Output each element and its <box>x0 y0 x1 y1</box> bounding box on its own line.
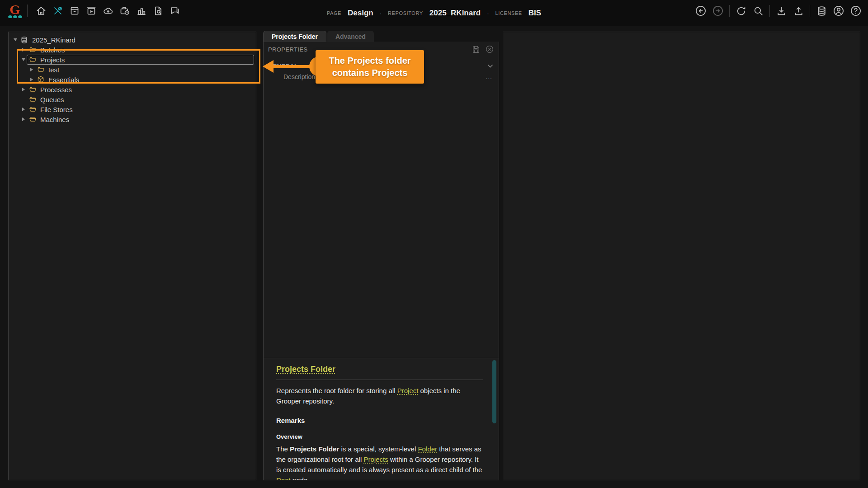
tree-item-essentials[interactable]: Essentials <box>9 75 256 84</box>
property-tabs: Projects Folder Advanced <box>263 31 374 42</box>
tree-item-label: test <box>48 66 59 74</box>
stats-button[interactable] <box>136 5 147 17</box>
search-button[interactable] <box>752 5 764 17</box>
refresh-icon <box>736 5 747 17</box>
divider <box>769 5 770 17</box>
page-label: PAGE <box>327 10 341 16</box>
home-icon <box>36 5 47 16</box>
folder-icon <box>28 86 37 94</box>
doc-link-projects[interactable]: Projects <box>363 455 388 463</box>
divider <box>729 5 730 17</box>
folder-icon <box>28 106 37 113</box>
upload-button[interactable] <box>793 5 804 17</box>
licensee-label: LICENSEE <box>495 10 522 16</box>
annotation-arrow-shaft <box>271 65 322 68</box>
cancel-icon[interactable] <box>485 45 494 54</box>
expand-arrow[interactable] <box>28 76 35 83</box>
documentation-pane: Projects Folder Represents the root fold… <box>264 358 499 480</box>
grooper-design-window: G <box>0 0 868 488</box>
selection-outline <box>27 55 254 65</box>
divider <box>27 5 28 17</box>
tasks-clock-icon <box>119 5 130 16</box>
tree-item-label: File Stores <box>40 106 73 113</box>
chat-icon <box>170 5 180 16</box>
batch-run-button[interactable] <box>85 5 97 17</box>
tree-item-label: Batches <box>40 46 65 54</box>
doc-intro-paragraph: Represents the root folder for storing a… <box>276 385 483 407</box>
upload-icon <box>793 5 804 17</box>
batches-button[interactable] <box>69 5 80 17</box>
tree-item-label: Processes <box>40 86 72 94</box>
expand-arrow[interactable] <box>20 106 27 113</box>
design-tools-button[interactable] <box>52 5 64 17</box>
top-bar: G <box>0 0 868 26</box>
download-button[interactable] <box>775 5 787 17</box>
expand-arrow[interactable] <box>20 86 27 93</box>
page-value: Design <box>348 9 373 18</box>
cloud-upload-button[interactable] <box>102 5 114 17</box>
cloud-upload-icon <box>103 5 113 16</box>
annotation-arrow-head <box>263 60 274 73</box>
help-button[interactable] <box>850 5 862 17</box>
tree-item-repository-root[interactable]: 2025_RKinard <box>9 35 256 45</box>
properties-header: PROPERTIES <box>268 46 308 53</box>
annotation-text-line2: contains Projects <box>332 67 408 79</box>
expand-arrow[interactable] <box>28 66 35 73</box>
doc-scrollbar-thumb[interactable] <box>492 360 496 423</box>
doc-title-link[interactable]: Projects Folder <box>276 365 335 374</box>
package-icon <box>37 75 45 84</box>
tree-item-label: Essentials <box>48 76 79 84</box>
expand-arrow-placeholder <box>20 96 27 103</box>
divider <box>810 5 810 17</box>
chat-button[interactable] <box>169 5 181 17</box>
refresh-button[interactable] <box>735 5 747 17</box>
download-icon <box>776 5 787 17</box>
grooper-logo: G <box>7 3 23 21</box>
node-tree-panel: 2025_RKinard Batches Projects test <box>8 32 256 480</box>
home-button[interactable] <box>35 5 47 17</box>
expand-arrow[interactable] <box>20 116 27 122</box>
stats-chart-icon <box>136 5 147 16</box>
batch-run-icon <box>86 5 97 16</box>
save-icon[interactable] <box>472 45 481 54</box>
expand-arrow[interactable] <box>20 47 27 53</box>
content-viewer-panel <box>503 32 860 480</box>
account-button[interactable] <box>833 5 844 17</box>
tab-projects-folder[interactable]: Projects Folder <box>263 31 326 42</box>
repository-value: 2025_RKinard <box>429 9 481 18</box>
repository-database-button[interactable] <box>816 5 827 17</box>
tree-item-batches[interactable]: Batches <box>9 45 256 55</box>
properties-panel: PROPERTIES GENERAL Description (none) ..… <box>263 42 499 480</box>
tasks-button[interactable] <box>119 5 131 17</box>
tab-advanced[interactable]: Advanced <box>327 31 374 42</box>
search-icon <box>753 5 764 17</box>
tree-item-label: Queues <box>40 96 64 103</box>
description-ellipsis-button[interactable]: ... <box>486 73 492 80</box>
folder-icon <box>28 46 37 54</box>
expand-arrow[interactable] <box>12 37 19 43</box>
chevron-down-icon[interactable] <box>487 64 493 68</box>
folder-icon <box>37 66 45 74</box>
doc-link-project[interactable]: Project <box>397 387 419 394</box>
nav-forward-button[interactable] <box>712 5 724 17</box>
doc-link-root[interactable]: Root <box>276 476 291 480</box>
expand-arrow[interactable] <box>20 56 27 63</box>
tree-item-file-stores[interactable]: File Stores <box>9 104 256 114</box>
design-tools-icon <box>52 5 63 16</box>
database-icon <box>816 5 827 17</box>
tree-item-queues[interactable]: Queues <box>9 94 256 104</box>
document-search-button[interactable] <box>152 5 164 17</box>
annotation-text-line1: The Projects folder <box>329 55 410 67</box>
account-icon <box>833 5 844 17</box>
folder-icon <box>28 96 37 103</box>
document-search-icon <box>153 5 164 16</box>
nav-back-button[interactable] <box>695 5 707 17</box>
tree-item-test[interactable]: test <box>9 65 256 75</box>
doc-overview-heading: Overview <box>276 433 483 440</box>
tree-item-processes[interactable]: Processes <box>9 84 256 94</box>
tree-item-machines[interactable]: Machines <box>9 114 256 124</box>
tree-item-projects[interactable]: Projects <box>9 55 256 65</box>
doc-link-folder[interactable]: Folder <box>418 445 437 453</box>
forward-icon <box>712 5 724 17</box>
help-icon <box>850 5 862 17</box>
